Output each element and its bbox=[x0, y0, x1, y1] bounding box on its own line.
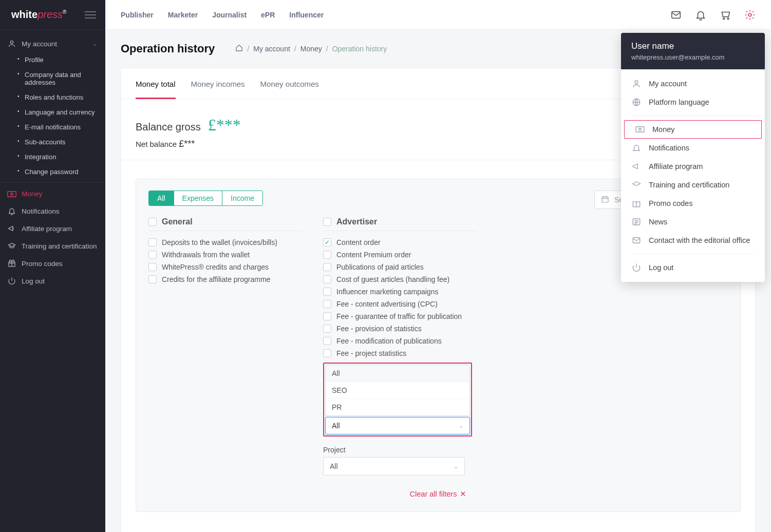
breadcrumb-my-account[interactable]: My account bbox=[253, 45, 290, 53]
clear-all-filters[interactable]: Clear all filters✕ bbox=[148, 490, 728, 498]
subnav-language[interactable]: Language and currency bbox=[17, 105, 105, 120]
filter-tab-income[interactable]: Income bbox=[222, 191, 262, 205]
topbar: Publisher Marketer Journalist ePR Influe… bbox=[105, 0, 771, 30]
checkbox[interactable] bbox=[323, 337, 331, 345]
subnav-subaccounts[interactable]: Sub-accounts bbox=[17, 135, 105, 149]
sidebar-account-subnav: Profile Company data and addresses Roles… bbox=[0, 52, 105, 179]
sidebar: whitepress® My account ⌄ Profile Company… bbox=[0, 0, 105, 532]
breadcrumb-money[interactable]: Money bbox=[300, 45, 322, 53]
topnav-marketer[interactable]: Marketer bbox=[168, 11, 198, 19]
checkbox[interactable] bbox=[148, 275, 157, 283]
logo[interactable]: whitepress® bbox=[11, 9, 66, 21]
tab-money-outcomes[interactable]: Money outcomes bbox=[260, 68, 319, 99]
dd-option-pr[interactable]: PR bbox=[326, 399, 469, 415]
user-item-label: Promo codes bbox=[649, 199, 692, 207]
tab-money-incomes[interactable]: Money incomes bbox=[191, 68, 245, 99]
filter-influencer-campaigns[interactable]: Influencer marketing campaigns bbox=[323, 286, 477, 298]
checkbox[interactable] bbox=[148, 263, 157, 271]
sidebar-item-training[interactable]: Training and certification bbox=[0, 237, 105, 255]
topnav-influencer[interactable]: Influencer bbox=[289, 11, 324, 19]
chevron-down-icon: ⌄ bbox=[92, 41, 97, 47]
mail-icon[interactable] bbox=[670, 9, 682, 21]
checkbox[interactable] bbox=[148, 238, 157, 246]
subnav-integration[interactable]: Integration bbox=[17, 149, 105, 164]
logo-part2: press bbox=[37, 9, 63, 20]
checkbox[interactable] bbox=[323, 312, 331, 320]
money-icon bbox=[7, 191, 16, 198]
category-select[interactable]: All ⌄ bbox=[325, 417, 470, 434]
page-title: Operation history bbox=[121, 42, 215, 55]
sidebar-label-affiliate: Affiliate program bbox=[22, 225, 72, 233]
checkbox[interactable] bbox=[323, 349, 331, 357]
filter-content-order[interactable]: Content order bbox=[323, 236, 477, 249]
filter-fee-traffic[interactable]: Fee - guarantee of traffic for publicati… bbox=[323, 310, 477, 322]
topnav-epr[interactable]: ePR bbox=[261, 11, 275, 19]
checkbox[interactable] bbox=[323, 263, 331, 271]
checkbox[interactable] bbox=[323, 275, 331, 283]
gear-icon[interactable] bbox=[744, 9, 756, 21]
user-item-my-account[interactable]: My account bbox=[621, 74, 765, 93]
checkbox[interactable] bbox=[323, 325, 331, 333]
user-item-language[interactable]: Platform language bbox=[621, 93, 765, 111]
logo-part1: white bbox=[11, 9, 37, 20]
filter-label: Content order bbox=[336, 238, 381, 246]
filter-label: Fee - content advertising (CPC) bbox=[336, 300, 438, 308]
user-item-promo[interactable]: Promo codes bbox=[621, 194, 765, 213]
user-item-training[interactable]: Training and certification bbox=[621, 176, 765, 194]
filter-fee-stats[interactable]: Fee - provision of statistics bbox=[323, 322, 477, 335]
user-item-contact[interactable]: Contact with the editorial office bbox=[621, 231, 765, 250]
sidebar-item-logout[interactable]: Log out bbox=[0, 272, 105, 290]
filter-deposits[interactable]: Deposits to the wallet (invoices/bills) bbox=[148, 236, 303, 249]
checkbox[interactable] bbox=[323, 238, 331, 246]
user-item-news[interactable]: News bbox=[621, 213, 765, 231]
dd-option-seo[interactable]: SEO bbox=[326, 382, 469, 399]
sidebar-item-affiliate[interactable]: Affiliate program bbox=[0, 220, 105, 237]
filter-label: Influencer marketing campaigns bbox=[336, 288, 438, 296]
sidebar-item-money[interactable]: Money bbox=[0, 182, 105, 202]
filter-credits[interactable]: WhitePress® credits and charges bbox=[148, 261, 303, 273]
filter-guest-cost[interactable]: Cost of guest articles (handling fee) bbox=[323, 273, 477, 286]
topnav-journalist[interactable]: Journalist bbox=[212, 11, 247, 19]
checkbox[interactable] bbox=[323, 300, 331, 308]
filter-affiliate-credits[interactable]: Credits for the affiliate programme bbox=[148, 273, 303, 286]
user-item-money[interactable]: Money bbox=[624, 120, 762, 139]
subnav-company-data[interactable]: Company data and addresses bbox=[17, 67, 105, 90]
cart-icon[interactable] bbox=[720, 9, 731, 21]
home-icon[interactable] bbox=[235, 44, 243, 53]
user-icon bbox=[7, 40, 16, 48]
sidebar-item-promo[interactable]: Promo codes bbox=[0, 255, 105, 272]
user-item-notifications[interactable]: Notifications bbox=[621, 139, 765, 157]
checkbox-general-all[interactable] bbox=[148, 218, 157, 226]
menu-toggle-icon[interactable] bbox=[85, 11, 96, 18]
filter-fee-cpc[interactable]: Fee - content advertising (CPC) bbox=[323, 298, 477, 310]
user-item-label: Money bbox=[652, 125, 675, 134]
filter-publications-paid[interactable]: Publications of paid articles bbox=[323, 261, 477, 273]
user-item-affiliate[interactable]: Affiliate program bbox=[621, 157, 765, 176]
filter-content-premium[interactable]: Content Premium order bbox=[323, 249, 477, 261]
filter-withdrawals[interactable]: Withdrawals from the wallet bbox=[148, 249, 303, 261]
project-select[interactable]: All ⌄ bbox=[323, 457, 465, 476]
sidebar-item-notifications[interactable]: Notifications bbox=[0, 202, 105, 220]
tab-money-total[interactable]: Money total bbox=[136, 68, 176, 99]
subnav-roles[interactable]: Roles and functions bbox=[17, 90, 105, 105]
dd-option-all[interactable]: All bbox=[326, 365, 469, 382]
separator bbox=[631, 254, 755, 254]
subnav-change-password[interactable]: Change password bbox=[17, 164, 105, 179]
checkbox-advertiser-all[interactable] bbox=[323, 218, 331, 226]
filter-tab-all[interactable]: All bbox=[149, 191, 174, 205]
filter-fee-project-stats[interactable]: Fee - project statistics bbox=[323, 347, 477, 359]
filter-fee-mod[interactable]: Fee - modification of publications bbox=[323, 335, 477, 347]
topnav-publisher[interactable]: Publisher bbox=[121, 11, 154, 19]
checkbox[interactable] bbox=[323, 288, 331, 296]
checkbox[interactable] bbox=[323, 251, 331, 259]
user-item-label: My account bbox=[649, 80, 687, 88]
filter-tab-expenses[interactable]: Expenses bbox=[174, 191, 222, 205]
sidebar-label-money: Money bbox=[22, 190, 43, 198]
bell-icon[interactable] bbox=[695, 9, 706, 21]
sidebar-my-account[interactable]: My account ⌄ bbox=[0, 35, 105, 52]
user-item-logout[interactable]: Log out bbox=[621, 258, 765, 277]
subnav-email-notif[interactable]: E-mail notifications bbox=[17, 120, 105, 135]
balance-gross-value: £*** bbox=[208, 116, 241, 135]
checkbox[interactable] bbox=[148, 251, 157, 259]
subnav-profile[interactable]: Profile bbox=[17, 52, 105, 67]
